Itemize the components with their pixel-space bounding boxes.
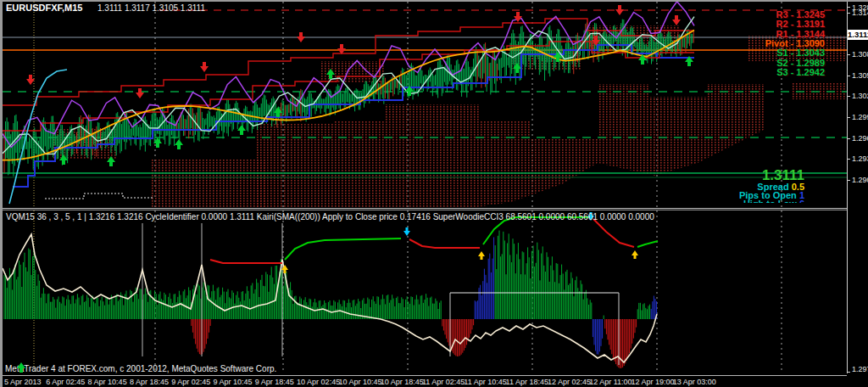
- tick-dash: [848, 54, 850, 55]
- time-label: 9 Apr 18:45: [255, 378, 294, 386]
- time-label: 8 Apr 10:45: [88, 378, 127, 386]
- current-price-box: 1.3111: [848, 30, 868, 40]
- indicator-scale-top: 1.3282: [852, 3, 868, 12]
- main-chart-canvas[interactable]: [3, 2, 847, 208]
- tick-dash: [848, 13, 850, 14]
- tick-dash: [848, 159, 850, 160]
- price-tick-label: 1.2965: [852, 134, 868, 143]
- status-bar-text: MetaTrader 4 at FOREX.com, c 2001-2012, …: [5, 364, 276, 373]
- indicator-panel[interactable]: VQM15 36 , 3 , 5 , 1 | 1.3216 1.3216 Cyc…: [3, 210, 847, 373]
- tick-dash: [848, 7, 850, 8]
- arrow-up-icon: [14, 362, 40, 373]
- time-axis[interactable]: 5 Apr 20136 Apr 02:458 Apr 10:458 Apr 18…: [3, 376, 847, 387]
- time-label: 9 Apr 02:45: [171, 378, 210, 386]
- high-to-low-value: 6: [799, 199, 804, 203]
- price-tick-label: 1.3085: [852, 50, 868, 59]
- time-label: 12 Apr 19:00: [632, 378, 675, 386]
- tick-dash: [848, 372, 850, 373]
- time-label: 11 Apr 10:45: [464, 378, 506, 386]
- time-label: 9 Apr 10:45: [214, 378, 253, 386]
- price-tick-label: 1.3025: [852, 92, 868, 100]
- time-label: 11 Apr 02:45: [422, 378, 465, 386]
- time-label: 10 Apr 18:45: [381, 378, 424, 386]
- price-scale[interactable]: 1.31451.31151.30851.30551.30251.29951.29…: [847, 2, 868, 373]
- indicator-header: VQM15 36 , 3 , 5 , 1 | 1.3216 1.3216 Cyc…: [6, 212, 654, 222]
- time-label: 10 Apr 10:45: [338, 378, 381, 386]
- price-tick-label: 1.2935: [852, 154, 868, 163]
- time-label: 13 Apr 03:00: [673, 378, 716, 386]
- tick-dash: [848, 180, 850, 181]
- indicator-scale-bottom: 1.2975: [852, 365, 868, 373]
- time-label: 12 Apr 02:45: [548, 378, 591, 386]
- price-tick-label: 1.2905: [852, 176, 868, 184]
- high-to-low-label: High to Low: [743, 199, 797, 203]
- tick-dash: [848, 138, 850, 139]
- main-chart-panel[interactable]: EURUSDFXF,M15 1.3111 1.3117 1.3105 1.311…: [3, 2, 847, 208]
- symbol-period-title: EURUSDFXF,M15: [6, 3, 82, 13]
- time-label: 11 Apr 18:45: [506, 378, 548, 386]
- quote-info-block: 1.3111 Spread 0.5 Pips to Open 1 High to…: [739, 169, 804, 203]
- tick-dash: [848, 76, 850, 76]
- time-label: 6 Apr 02:45: [46, 378, 85, 386]
- bid-price-big: 1.3111: [739, 169, 804, 182]
- clipped-info-row: High to Low 6: [739, 199, 804, 203]
- time-label: 5 Apr 2013: [4, 378, 42, 386]
- tick-dash: [848, 117, 850, 118]
- time-label: 10 Apr 02:45: [297, 378, 340, 386]
- time-label: 12 Apr 11:00: [589, 378, 632, 386]
- price-tick-label: 1.3055: [852, 71, 868, 80]
- price-tick-label: 1.2995: [852, 113, 868, 121]
- mt4-chart-window: EURUSDFXF,M15 1.3111 1.3117 1.3105 1.311…: [0, 0, 868, 387]
- ohlc-values: 1.3111 1.3117 1.3105 1.3111: [97, 3, 205, 13]
- tick-dash: [848, 96, 850, 97]
- time-label: 8 Apr 18:45: [130, 378, 169, 386]
- indicator-canvas[interactable]: [3, 210, 847, 373]
